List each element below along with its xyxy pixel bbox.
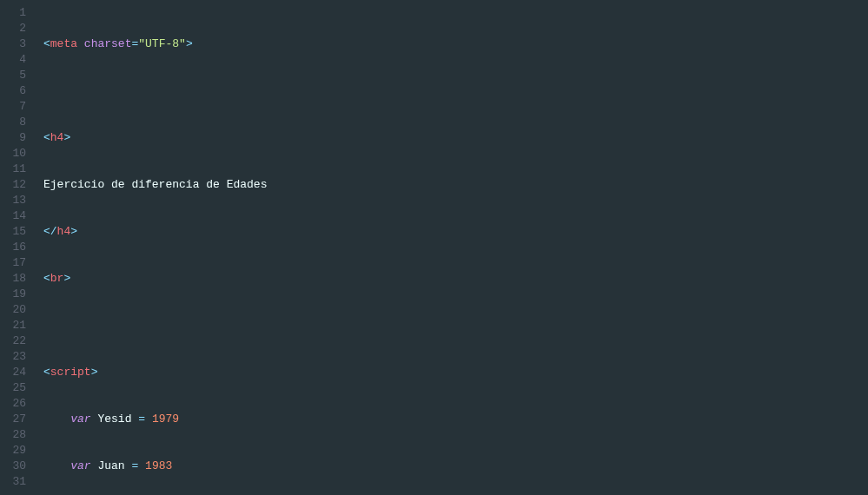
code-content[interactable]: <meta charset="UTF-8"> <h4> Ejercicio de… [36, 0, 868, 495]
line-number: 15 [7, 224, 26, 240]
line-number: 14 [7, 208, 26, 224]
line-number: 27 [7, 412, 26, 427]
line-number: 10 [7, 146, 26, 162]
line-number: 6 [7, 83, 26, 99]
line-number: 20 [7, 302, 26, 318]
line-number: 23 [7, 349, 26, 365]
line-number-gutter: 1234567891011121314151617181920212223242… [0, 0, 36, 495]
line-number: 7 [7, 99, 26, 115]
line-number: 19 [7, 287, 26, 302]
code-line[interactable]: <meta charset="UTF-8"> [43, 36, 868, 52]
code-line[interactable]: var Yesid = 1979 [43, 412, 868, 427]
line-number: 4 [7, 52, 26, 68]
line-number: 12 [7, 177, 26, 193]
line-number: 3 [7, 36, 26, 52]
line-number: 21 [7, 318, 26, 333]
line-number: 1 [7, 5, 26, 21]
code-line[interactable] [43, 83, 868, 99]
line-number: 28 [7, 427, 26, 443]
code-editor[interactable]: 1234567891011121314151617181920212223242… [0, 0, 868, 495]
line-number: 25 [7, 380, 26, 396]
code-line[interactable] [43, 318, 868, 333]
code-line[interactable]: <script> [43, 365, 868, 380]
line-number: 30 [7, 459, 26, 474]
line-number: 8 [7, 115, 26, 130]
line-number: 13 [7, 193, 26, 208]
line-number: 17 [7, 255, 26, 271]
code-line[interactable]: </h4> [43, 224, 868, 240]
code-line[interactable]: <h4> [43, 130, 868, 146]
line-number: 24 [7, 365, 26, 380]
line-number: 18 [7, 271, 26, 287]
line-number: 9 [7, 130, 26, 146]
line-number: 2 [7, 21, 26, 36]
line-number: 16 [7, 240, 26, 255]
line-number: 5 [7, 68, 26, 83]
code-line[interactable]: <br> [43, 271, 868, 287]
line-number: 22 [7, 333, 26, 349]
line-number: 31 [7, 474, 26, 490]
line-number: 11 [7, 162, 26, 177]
code-line[interactable]: Ejercicio de diferencia de Edades [43, 177, 868, 193]
line-number: 29 [7, 443, 26, 459]
line-number: 26 [7, 396, 26, 412]
code-line[interactable]: var Juan = 1983 [43, 459, 868, 474]
